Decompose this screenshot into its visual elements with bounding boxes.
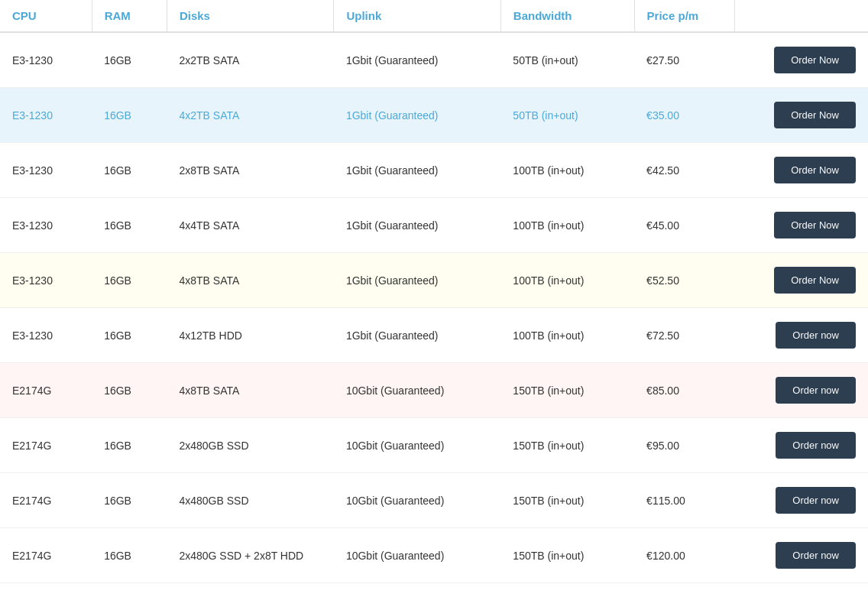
table-row: E2174G 16GB 2x480G SSD + 2x8T HDD 10Gbit…: [0, 528, 868, 583]
table-row: E2174G 16GB 4x480GB SSD 10Gbit (Guarante…: [0, 473, 868, 528]
cell-price: €72.50: [634, 308, 734, 363]
cell-uplink: 1Gbit (Guaranteed): [334, 198, 500, 253]
table-row: E3-1230 16GB 2x8TB SATA 1Gbit (Guarantee…: [0, 143, 868, 198]
cell-uplink: 1Gbit (Guaranteed): [334, 32, 500, 88]
table-row: E2174G 16GB 4x8TB SATA 10Gbit (Guarantee…: [0, 363, 868, 418]
order-button[interactable]: Order now: [776, 377, 856, 404]
cell-cpu: E3-1230: [0, 198, 92, 253]
cell-action: Order Now: [734, 88, 868, 143]
cell-uplink: 1Gbit (Guaranteed): [334, 88, 500, 143]
cell-price: €85.00: [634, 363, 734, 418]
cell-uplink: 1Gbit (Guaranteed): [334, 253, 500, 308]
cell-uplink: 10Gbit (Guaranteed): [334, 418, 500, 473]
order-button[interactable]: Order now: [776, 487, 856, 514]
header-bandwidth: Bandwidth: [500, 0, 634, 32]
cell-ram: 16GB: [92, 363, 167, 418]
header-uplink: Uplink: [334, 0, 500, 32]
cell-disks: 4x2TB SATA: [167, 88, 333, 143]
cell-disks: 4x4TB SATA: [167, 198, 333, 253]
cell-cpu: E3-1230: [0, 32, 92, 88]
cell-price: €115.00: [634, 473, 734, 528]
cell-price: €95.00: [634, 418, 734, 473]
cell-action: Order Now: [734, 32, 868, 88]
order-button[interactable]: Order Now: [774, 102, 856, 128]
cell-bandwidth: 150TB (in+out): [500, 528, 634, 583]
cell-ram: 16GB: [92, 253, 167, 308]
table-row: E3-1230 16GB 4x8TB SATA 1Gbit (Guarantee…: [0, 253, 868, 308]
order-button[interactable]: Order Now: [774, 47, 856, 73]
cell-bandwidth: 100TB (in+out): [500, 143, 634, 198]
order-button[interactable]: Order Now: [774, 212, 856, 238]
cell-bandwidth: 150TB (in+out): [500, 363, 634, 418]
cell-disks: 4x8TB SATA: [167, 363, 333, 418]
header-ram: RAM: [92, 0, 167, 32]
cell-ram: 16GB: [92, 418, 167, 473]
header-price: Price p/m: [634, 0, 734, 32]
cell-ram: 16GB: [92, 473, 167, 528]
cell-bandwidth: 50TB (in+out): [500, 88, 634, 143]
header-disks: Disks: [167, 0, 333, 32]
cell-action: Order now: [734, 528, 868, 583]
cell-uplink: 1Gbit (Guaranteed): [334, 143, 500, 198]
order-button[interactable]: Order Now: [774, 157, 856, 183]
cell-price: €45.00: [634, 198, 734, 253]
cell-ram: 16GB: [92, 88, 167, 143]
order-button[interactable]: Order now: [776, 322, 856, 349]
cell-bandwidth: 100TB (in+out): [500, 308, 634, 363]
cell-disks: 2x8TB SATA: [167, 143, 333, 198]
table-row: E2174G 16GB 2x480GB SSD 10Gbit (Guarante…: [0, 418, 868, 473]
order-button[interactable]: Order now: [776, 432, 856, 459]
cell-cpu: E2174G: [0, 473, 92, 528]
cell-ram: 16GB: [92, 198, 167, 253]
server-pricing-table: CPU RAM Disks Uplink Bandwidth Price p/m…: [0, 0, 868, 583]
cell-action: Order Now: [734, 143, 868, 198]
cell-uplink: 10Gbit (Guaranteed): [334, 363, 500, 418]
cell-action: Order Now: [734, 198, 868, 253]
cell-bandwidth: 50TB (in+out): [500, 32, 634, 88]
cell-ram: 16GB: [92, 528, 167, 583]
cell-bandwidth: 100TB (in+out): [500, 253, 634, 308]
cell-cpu: E2174G: [0, 528, 92, 583]
cell-action: Order now: [734, 418, 868, 473]
cell-cpu: E3-1230: [0, 88, 92, 143]
cell-price: €35.00: [634, 88, 734, 143]
cell-cpu: E2174G: [0, 418, 92, 473]
cell-disks: 4x480GB SSD: [167, 473, 333, 528]
cell-cpu: E3-1230: [0, 308, 92, 363]
cell-action: Order now: [734, 363, 868, 418]
cell-price: €27.50: [634, 32, 734, 88]
table-row: E3-1230 16GB 2x2TB SATA 1Gbit (Guarantee…: [0, 32, 868, 88]
cell-action: Order Now: [734, 253, 868, 308]
cell-price: €120.00: [634, 528, 734, 583]
cell-price: €42.50: [634, 143, 734, 198]
cell-uplink: 10Gbit (Guaranteed): [334, 473, 500, 528]
cell-bandwidth: 150TB (in+out): [500, 418, 634, 473]
cell-action: Order now: [734, 308, 868, 363]
cell-price: €52.50: [634, 253, 734, 308]
cell-ram: 16GB: [92, 308, 167, 363]
cell-bandwidth: 150TB (in+out): [500, 473, 634, 528]
cell-bandwidth: 100TB (in+out): [500, 198, 634, 253]
cell-disks: 4x12TB HDD: [167, 308, 333, 363]
cell-cpu: E2174G: [0, 363, 92, 418]
table-row: E3-1230 16GB 4x12TB HDD 1Gbit (Guarantee…: [0, 308, 868, 363]
cell-uplink: 10Gbit (Guaranteed): [334, 528, 500, 583]
cell-disks: 2x480G SSD + 2x8T HDD: [167, 528, 333, 583]
cell-disks: 2x2TB SATA: [167, 32, 333, 88]
cell-cpu: E3-1230: [0, 143, 92, 198]
table-row: E3-1230 16GB 4x4TB SATA 1Gbit (Guarantee…: [0, 198, 868, 253]
cell-ram: 16GB: [92, 143, 167, 198]
header-cpu: CPU: [0, 0, 92, 32]
cell-disks: 2x480GB SSD: [167, 418, 333, 473]
order-button[interactable]: Order Now: [774, 267, 856, 294]
cell-ram: 16GB: [92, 32, 167, 88]
cell-cpu: E3-1230: [0, 253, 92, 308]
cell-disks: 4x8TB SATA: [167, 253, 333, 308]
table-row: E3-1230 16GB 4x2TB SATA 1Gbit (Guarantee…: [0, 88, 868, 143]
header-action: [734, 0, 868, 32]
cell-action: Order now: [734, 473, 868, 528]
order-button[interactable]: Order now: [776, 542, 856, 569]
cell-uplink: 1Gbit (Guaranteed): [334, 308, 500, 363]
